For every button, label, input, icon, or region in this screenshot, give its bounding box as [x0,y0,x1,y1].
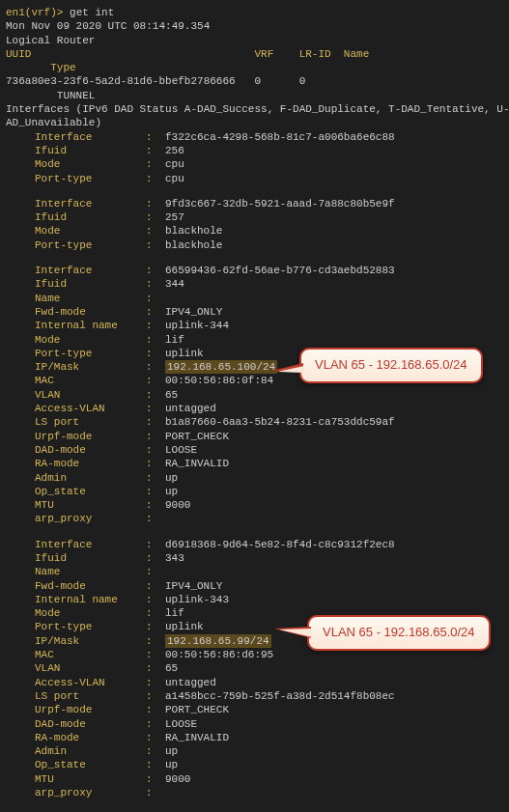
value-internal-name: uplink-343 [165,593,229,606]
interface-block-1: Interface:f322c6ca-4298-568b-81c7-a006ba… [6,130,503,185]
callout-vlan-2: VLAN 65 - 192.168.65.0/24 [307,615,491,651]
label-mtu: MTU [35,498,146,512]
label-fwd-mode: Fwd-mode [35,579,146,593]
label-fwd-mode: Fwd-mode [35,305,146,319]
callout-tail-icon [274,627,311,638]
label-mac: MAC [35,648,146,661]
value-port-type: blackhole [165,238,222,252]
interface-block-4: Interface:d6918368-9d64-5e82-8f4d-c8c931… [6,538,503,800]
value-mode: lif [165,333,184,347]
column-headers-2: Type [6,61,503,74]
value-interface: 9fd3c667-32db-5921-aaad-7a88c80b5e9f [165,197,395,210]
label-mode: Mode [35,157,146,171]
value-mode: cpu [165,157,184,171]
value-ifuid: 343 [165,551,184,565]
value-ip-mask: 192.168.65.100/24 [165,360,277,374]
label-mtu: MTU [35,772,146,786]
value-op-state: up [165,758,178,771]
label-ip-mask: IP/Mask [35,360,146,374]
value-internal-name: uplink-344 [165,319,229,332]
value-mac: 00:50:56:86:d6:95 [165,648,273,661]
label-ifuid: Ifuid [35,144,146,157]
label-interface: Interface [35,538,146,551]
label-port-type: Port-type [35,620,146,633]
label-urpf-mode: Urpf-mode [35,430,146,443]
value-vlan: 65 [165,661,178,675]
value-dad-mode: LOOSE [165,443,197,457]
value-ip-mask: 192.168.65.99/24 [165,634,271,648]
label-mode: Mode [35,606,146,620]
router-uuid-row: 736a80e3-23f6-5a2d-81d6-bbefb2786666 0 0 [6,74,503,88]
terminal-output: en1(vrf)> get int Mon Nov 09 2020 UTC 08… [6,6,503,799]
value-mode: lif [165,606,184,620]
value-access-vlan: untagged [165,676,216,689]
label-port-type: Port-type [35,172,146,185]
callout-tail-icon [272,363,303,373]
label-interface: Interface [35,264,146,277]
label-mac: MAC [35,374,146,387]
value-interface: f322c6ca-4298-568b-81c7-a006ba6e6c88 [165,130,395,144]
label-port-type: Port-type [35,238,146,252]
value-mtu: 9000 [165,498,190,512]
label-dad-mode: DAD-mode [35,717,146,731]
value-port-type: uplink [165,620,204,633]
prompt-shell: en1(vrf)> [6,7,63,18]
label-internal-name: Internal name [35,319,146,332]
logical-router-header: Logical Router [6,34,503,47]
interface-block-3: Interface:66599436-62fd-56ae-b776-cd3aeb… [6,264,503,526]
label-interface: Interface [35,130,146,144]
label-ifuid: Ifuid [35,551,146,565]
value-port-type: cpu [165,172,184,185]
label-arp-proxy: arp_proxy [35,786,146,799]
interfaces-header-2: AD_Unavailable) [6,116,503,129]
label-internal-name: Internal name [35,593,146,606]
label-admin: Admin [35,471,146,485]
label-ifuid: Ifuid [35,210,146,224]
value-fwd-mode: IPV4_ONLY [165,305,222,319]
value-admin: up [165,471,178,485]
value-urpf-mode: PORT_CHECK [165,430,229,443]
callout-text: VLAN 65 - 192.168.65.0/24 [323,625,475,639]
column-headers: UUID VRF LR-ID Name [6,47,503,61]
label-vlan: VLAN [35,661,146,675]
value-fwd-mode: IPV4_ONLY [165,579,222,593]
label-urpf-mode: Urpf-mode [35,703,146,716]
label-ra-mode: RA-mode [35,731,146,744]
value-ifuid: 257 [165,210,184,224]
value-op-state: up [165,485,178,498]
prompt-line[interactable]: en1(vrf)> get int [6,6,503,19]
value-mtu: 9000 [165,772,190,786]
label-name: Name [35,292,146,305]
value-vlan: 65 [165,388,178,402]
label-dad-mode: DAD-mode [35,443,146,457]
value-mode: blackhole [165,224,222,238]
value-admin: up [165,744,178,758]
label-interface: Interface [35,197,146,210]
label-port-type: Port-type [35,347,146,360]
label-op-state: Op_state [35,485,146,498]
value-dad-mode: LOOSE [165,717,197,731]
value-interface: d6918368-9d64-5e82-8f4d-c8c9312f2ec8 [165,538,395,551]
interface-block-2: Interface:9fd3c667-32db-5921-aaad-7a88c8… [6,197,503,252]
label-access-vlan: Access-VLAN [35,676,146,689]
prompt-command: get int [70,7,114,18]
label-ls-port: LS port [35,415,146,429]
value-urpf-mode: PORT_CHECK [165,703,229,716]
value-ls-port: a1458bcc-759b-525f-a38d-2d514f8b08ec [165,689,395,703]
label-arp-proxy: arp_proxy [35,512,146,525]
label-admin: Admin [35,744,146,758]
label-ifuid: Ifuid [35,277,146,291]
label-op-state: Op_state [35,758,146,771]
label-ls-port: LS port [35,689,146,703]
callout-text: VLAN 65 - 192.168.65.0/24 [315,357,467,372]
value-mac: 00:50:56:86:0f:84 [165,374,273,387]
value-ifuid: 344 [165,277,184,291]
label-access-vlan: Access-VLAN [35,402,146,415]
value-access-vlan: untagged [165,402,216,415]
value-interface: 66599436-62fd-56ae-b776-cd3aebd52883 [165,264,395,277]
value-ifuid: 256 [165,144,184,157]
label-mode: Mode [35,333,146,347]
label-ip-mask: IP/Mask [35,634,146,648]
value-ra-mode: RA_INVALID [165,731,229,744]
callout-vlan-1: VLAN 65 - 192.168.65.0/24 [299,348,483,383]
